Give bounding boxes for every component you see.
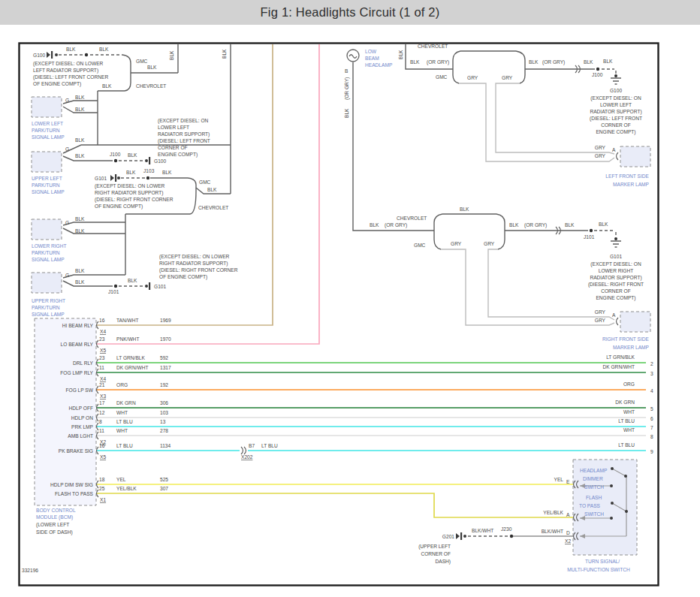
wire-label: (OR GRY) bbox=[542, 59, 565, 65]
wire-label: RIGHT RADIATOR SUPPORT) bbox=[159, 261, 228, 267]
wire-label: (EXCEPT DIESEL: ON bbox=[158, 118, 209, 124]
bcm-pin-name: HDLP ON bbox=[71, 415, 93, 421]
wire-label: (OR GRY) bbox=[427, 59, 449, 65]
wire-label: G bbox=[65, 146, 69, 152]
circuit-number: 307 bbox=[160, 486, 168, 491]
wire-label: ENGINE COMPT) bbox=[596, 129, 635, 135]
wire-label: BLK bbox=[398, 50, 403, 59]
wire-label: (EXCEPT DIESEL: ON LOWER bbox=[33, 61, 104, 67]
circuit-number: 13 bbox=[160, 419, 166, 424]
diagram-frame bbox=[20, 44, 659, 586]
wire-label: GRY bbox=[484, 241, 495, 246]
circuit-number: 1969 bbox=[160, 318, 171, 323]
component-label: LOWER RIGHT bbox=[32, 243, 67, 249]
wire-label: CORNER OF bbox=[601, 122, 631, 128]
wire-label: GRY bbox=[595, 309, 606, 315]
wire-label: BLK bbox=[603, 59, 613, 64]
component-label: BODY CONTROL bbox=[36, 508, 76, 513]
wire-label: G100 bbox=[610, 88, 622, 93]
wire-label: LOWER RIGHT bbox=[599, 268, 634, 273]
wire-label: GRY bbox=[595, 145, 606, 150]
component-label: MULTI-FUNCTION SWITCH bbox=[567, 567, 630, 572]
component-label: SWITCH bbox=[584, 511, 604, 517]
wire-label: (EXCEPT DIESEL: ON bbox=[590, 95, 641, 101]
pin-number: 11 bbox=[99, 428, 104, 433]
upper-left-park-turn-lamp-box bbox=[32, 152, 62, 172]
wire-label: G100 bbox=[154, 158, 166, 164]
wire-label: BLK bbox=[75, 268, 85, 273]
circuit-number: 192 bbox=[160, 382, 168, 387]
bcm-pin-name: LO BEAM RLY bbox=[61, 342, 94, 347]
component-label: MODULE (BCM) bbox=[36, 514, 73, 520]
component-label: UPPER LEFT bbox=[32, 176, 62, 181]
wire-label: LEFT RADIATOR SUPPORT) bbox=[33, 68, 98, 74]
wire-color-label: LT BLU bbox=[116, 443, 133, 448]
component-label: LOWER LEFT bbox=[32, 121, 63, 126]
wire-label: ENGINE COMPT) bbox=[596, 295, 635, 301]
wire-label: YEL/BLK bbox=[543, 510, 563, 515]
component-label: SIGNAL LAMP bbox=[32, 257, 65, 262]
component-label: MARKER LAMP bbox=[613, 182, 650, 187]
wire-label: RADIATOR SUPPORT) bbox=[590, 109, 641, 115]
wire-label: BLK bbox=[460, 207, 469, 212]
wire-label: CHEVROLET bbox=[136, 83, 166, 89]
wire-label: G101 bbox=[610, 254, 622, 259]
ground-wires bbox=[59, 44, 621, 536]
component-label: TURN SIGNAL/ bbox=[585, 559, 620, 564]
wire-label: G101 bbox=[95, 176, 107, 181]
wire-label: LT BLU bbox=[261, 443, 278, 448]
wire-color-label: PNK/WHT bbox=[116, 336, 139, 342]
wire-label: BLK bbox=[147, 65, 157, 70]
lower-left-park-turn-lamp-box bbox=[32, 97, 62, 117]
wire-label: (UPPER LEFT bbox=[418, 544, 451, 550]
connector-symbols bbox=[241, 65, 618, 540]
component-label: MARKER LAMP bbox=[613, 345, 650, 350]
wire-label: SIDE OF DASH) bbox=[36, 529, 73, 535]
wire-label: GRY bbox=[502, 75, 513, 80]
wire-label: (DIESEL: LEFT FRONT CORNER bbox=[33, 74, 108, 80]
figure-window: Fig 1: Headlights Circuit (1 of 2) bbox=[0, 0, 700, 597]
wire-label: B bbox=[345, 68, 348, 74]
wire-label: X202 bbox=[241, 454, 253, 460]
wire-label: (DIESEL: RIGHT FRONT CORNER bbox=[95, 197, 173, 203]
wire-label: LOWER LEFT bbox=[158, 125, 189, 130]
pin-number: 5 bbox=[650, 406, 653, 412]
wire-label: BLK bbox=[370, 222, 379, 228]
wire-color-label: WHT bbox=[116, 428, 128, 433]
component-label: PARK/TURN bbox=[32, 250, 60, 255]
wire-label: YEL bbox=[554, 477, 564, 482]
upper-right-park-turn-lamp-box bbox=[32, 273, 62, 293]
bcm-pin-name: PK BRAKE SIG bbox=[59, 448, 93, 454]
wire-label: G201 bbox=[442, 534, 454, 539]
pin-number: 7 bbox=[650, 425, 653, 430]
left-front-side-marker-lamp-box bbox=[620, 146, 650, 167]
circuit-number: 1317 bbox=[160, 365, 171, 370]
wire-label: J100 bbox=[110, 152, 121, 157]
circuit-number: 278 bbox=[160, 428, 168, 433]
wire-color-label: ORG bbox=[116, 382, 128, 387]
bcm-pin-name: DRL RLY bbox=[73, 360, 94, 366]
ground-attach-symbols bbox=[47, 51, 466, 540]
pin-number: 2 bbox=[650, 361, 653, 366]
component-label: SIGNAL LAMP bbox=[32, 189, 65, 194]
wire-label: (EXCEPT DIESEL: ON LOWER bbox=[95, 183, 165, 189]
bcm-pin-name: HI BEAM RLY bbox=[62, 323, 94, 328]
wire-label: A bbox=[612, 147, 616, 152]
bcm-connector-id: X4 bbox=[100, 376, 106, 381]
wire-label: RADIATOR SUPPORT) bbox=[158, 131, 210, 137]
wire-color-label: LT GRN/BLK bbox=[606, 354, 635, 360]
wire-label: J100 bbox=[592, 72, 603, 77]
wire-label: GMC bbox=[199, 179, 211, 185]
pin-number: 16 bbox=[99, 443, 105, 448]
right-front-side-marker-lamp-box bbox=[620, 312, 650, 332]
wire-label: BLK bbox=[128, 278, 137, 283]
bcm-connector-id: X1 bbox=[100, 497, 106, 502]
wire-label: BLK bbox=[584, 59, 593, 65]
wire-label: (OR GRY) bbox=[524, 222, 547, 228]
pin-number: 18 bbox=[99, 477, 105, 482]
bcm-pin-name: FOG LMP RLY bbox=[60, 370, 93, 375]
pin-number: 8 bbox=[650, 434, 653, 439]
wire-color-label: WHT bbox=[623, 409, 635, 415]
wire-color-label: TAN/WHT bbox=[116, 318, 139, 323]
wire-label: BLK bbox=[126, 170, 136, 175]
